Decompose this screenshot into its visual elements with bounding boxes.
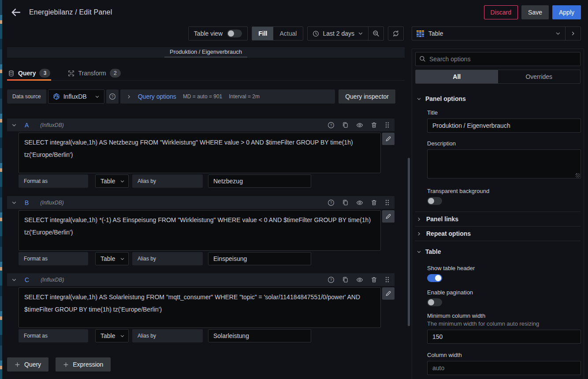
- table-view-toggle[interactable]: [227, 30, 242, 37]
- add-expression-button[interactable]: Expression: [56, 357, 111, 372]
- min-column-width-input[interactable]: [427, 330, 581, 344]
- query-b-sql-editor[interactable]: SELECT integral(value,1h) *(-1) AS Einsp…: [19, 210, 381, 251]
- query-inspector-button[interactable]: Query inspector: [339, 89, 395, 104]
- query-options-bar[interactable]: Query options MD = auto = 901 Interval =…: [120, 89, 335, 104]
- trash-icon[interactable]: [371, 276, 377, 283]
- apply-button[interactable]: Apply: [552, 5, 581, 19]
- chevron-down-icon: [417, 97, 421, 101]
- panel-links-heading: Panel links: [426, 216, 458, 223]
- column-width-input[interactable]: [427, 361, 581, 375]
- chevron-down-icon[interactable]: [11, 277, 17, 282]
- eye-icon[interactable]: [356, 276, 363, 283]
- table-viz-icon: [417, 30, 424, 37]
- alias-by-input[interactable]: [208, 329, 311, 342]
- format-as-value: Table: [100, 332, 115, 339]
- resize-handle[interactable]: [576, 173, 580, 178]
- svg-text:?: ?: [111, 94, 113, 99]
- datasource-picker[interactable]: InfluxDB: [48, 89, 104, 104]
- query-ref: C: [25, 276, 29, 283]
- enable-pagination-label: Enable pagination: [427, 289, 581, 296]
- top-bar: Energiebilanz / Edit Panel Discard Save …: [0, 0, 588, 25]
- format-as-select[interactable]: Table: [95, 329, 129, 342]
- help-icon: ?: [109, 93, 116, 100]
- fill-option[interactable]: Fill: [252, 27, 273, 40]
- panel-options-section[interactable]: Panel options: [415, 95, 581, 102]
- add-query-button[interactable]: Query: [7, 357, 48, 372]
- query-c-header[interactable]: C (InfluxDB) ?: [7, 273, 394, 286]
- format-as-select[interactable]: Table: [95, 175, 129, 188]
- enable-pagination-toggle[interactable]: [427, 298, 442, 306]
- visualization-select[interactable]: Table: [412, 27, 565, 40]
- drag-handle-icon[interactable]: [385, 199, 389, 206]
- repeat-options-section[interactable]: Repeat options: [415, 226, 581, 241]
- toggle-viz-suggestions-button[interactable]: [566, 27, 581, 40]
- time-range-picker[interactable]: Last 2 days: [308, 27, 368, 40]
- transform-icon: [68, 70, 74, 77]
- pencil-icon[interactable]: [382, 133, 394, 145]
- options-sidebar: Table All Overrides: [412, 25, 588, 379]
- chevron-down-icon[interactable]: [11, 200, 17, 205]
- panel-description-textarea[interactable]: [427, 149, 581, 178]
- query-a-sql-editor[interactable]: SELECT integral(value,1h) AS Netzbezug F…: [19, 133, 381, 173]
- tab-transform-label: Transform: [78, 70, 106, 77]
- plus-icon: [15, 362, 20, 368]
- panel-title-input[interactable]: [427, 119, 581, 133]
- refresh-button[interactable]: [388, 26, 404, 41]
- interval: Interval = 2m: [229, 93, 260, 100]
- query-footer-actions: Query Expression: [7, 357, 405, 372]
- filter-all[interactable]: All: [416, 70, 498, 83]
- query-c-sql-editor[interactable]: SELECT integral(value,1h) AS Solarleistu…: [19, 287, 381, 328]
- query-options-link[interactable]: Query options: [138, 93, 176, 100]
- trash-icon[interactable]: [371, 199, 377, 206]
- panel-toolbar: Table view Fill Actual Last 2 days: [7, 26, 405, 41]
- query-b-header[interactable]: B (InfluxDB) ?: [7, 196, 394, 209]
- add-query-label: Query: [24, 361, 41, 368]
- options-filter-tabs: All Overrides: [415, 70, 581, 84]
- panel-preview-title[interactable]: Produktion / Eigenverbrauch: [164, 47, 247, 57]
- scrollbar-thumb[interactable]: [408, 158, 410, 326]
- datasource-help-button[interactable]: ?: [106, 89, 119, 104]
- table-options-section[interactable]: Table: [415, 248, 581, 255]
- tab-query[interactable]: Query 3: [7, 66, 51, 80]
- eye-icon[interactable]: [356, 199, 363, 206]
- show-table-header-toggle[interactable]: [427, 274, 442, 282]
- clock-icon: [313, 30, 319, 37]
- collapsed-sections: Panel links Repeat options: [415, 212, 581, 241]
- format-as-label: Format as: [19, 175, 88, 188]
- back-arrow-icon[interactable]: [10, 6, 22, 19]
- query-a-header[interactable]: A (InfluxDB) ?: [7, 119, 394, 131]
- save-button[interactable]: Save: [521, 5, 549, 19]
- trash-icon[interactable]: [371, 122, 377, 128]
- copy-icon[interactable]: [342, 276, 349, 283]
- query-ref: B: [25, 199, 29, 206]
- pencil-icon[interactable]: [382, 287, 394, 300]
- chevron-down-icon[interactable]: [11, 123, 17, 128]
- eye-icon[interactable]: [356, 122, 363, 129]
- filter-overrides[interactable]: Overrides: [498, 70, 581, 83]
- panel-links-section[interactable]: Panel links: [415, 212, 581, 226]
- copy-icon[interactable]: [342, 122, 349, 128]
- section-divider: [415, 241, 581, 241]
- drag-handle-icon[interactable]: [385, 122, 389, 128]
- format-as-label: Format as: [19, 329, 88, 342]
- alias-by-label: Alias by: [132, 175, 203, 188]
- zoom-out-icon[interactable]: [368, 27, 383, 40]
- alias-by-input[interactable]: [208, 252, 311, 265]
- query-datasource-hint: (InfluxDB): [41, 277, 64, 283]
- pencil-icon[interactable]: [382, 210, 394, 223]
- search-options-input[interactable]: [415, 52, 581, 66]
- actual-option[interactable]: Actual: [273, 27, 303, 40]
- page-title: Energiebilanz / Edit Panel: [29, 8, 112, 16]
- alias-by-input[interactable]: [208, 175, 311, 188]
- help-icon[interactable]: ?: [327, 122, 335, 129]
- tab-transform[interactable]: Transform 2: [67, 66, 121, 80]
- help-icon[interactable]: ?: [327, 199, 335, 206]
- help-icon[interactable]: ?: [327, 276, 335, 283]
- format-as-value: Table: [100, 255, 115, 262]
- time-range-label: Last 2 days: [323, 30, 354, 37]
- format-as-select[interactable]: Table: [95, 252, 129, 265]
- copy-icon[interactable]: [342, 199, 349, 206]
- drag-handle-icon[interactable]: [385, 276, 389, 283]
- transparent-background-toggle[interactable]: [427, 197, 442, 205]
- discard-button[interactable]: Discard: [484, 5, 518, 19]
